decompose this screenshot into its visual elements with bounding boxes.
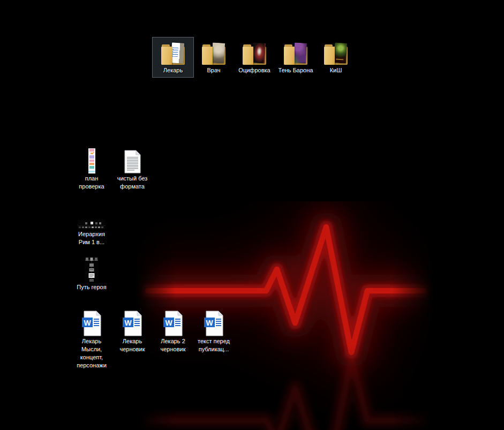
word-logo-letter: W — [84, 319, 91, 327]
icon-label: Путь героя — [71, 283, 112, 291]
desktop-icon-folder-ten-barona[interactable]: Тень Барона — [275, 37, 316, 74]
icon-label: Лекарь черновик — [112, 337, 153, 353]
folder-icon — [161, 43, 185, 65]
word-document-icon: W — [81, 311, 102, 336]
icon-label: Иерархия Рим 1 в... — [71, 230, 112, 246]
desktop-icon-folder-vrach[interactable]: Врач — [193, 37, 234, 74]
icon-label: план проверка — [71, 175, 112, 191]
word-document-icon: W — [162, 311, 184, 336]
word-document-icon: W — [203, 311, 224, 336]
desktop-icon-ierarhia-rim[interactable]: Иерархия Рим 1 в... — [71, 215, 112, 246]
text-document-icon — [123, 150, 142, 173]
icon-label: чистый без формата — [112, 175, 153, 191]
word-document-icon: W — [122, 311, 143, 336]
folder-preview-thumbnail — [294, 42, 307, 63]
desktop: Лекарь Врач Оцифровка — [0, 0, 504, 430]
icon-label: Лекарь 2 черновик — [153, 337, 193, 353]
folder-preview-thumbnail — [171, 42, 184, 63]
icon-label: Лекарь Мысли, концепт, персонажи — [71, 337, 112, 369]
desktop-icon-folder-kish[interactable]: КиШ — [315, 37, 356, 74]
desktop-icon-folder-lekar[interactable]: Лекарь — [153, 37, 193, 77]
desktop-icon-plan-proverka[interactable]: план проверка — [71, 146, 112, 191]
icon-label: Оцифровка — [234, 66, 275, 74]
folder-preview-thumbnail — [212, 42, 225, 63]
icon-label: Врач — [193, 66, 234, 74]
icon-label: Лекарь — [153, 66, 193, 74]
folder-preview-thumbnail — [252, 42, 266, 63]
desktop-icon-chistyj-bez-formata[interactable]: чистый без формата — [112, 146, 153, 191]
folder-icon — [283, 43, 308, 65]
word-logo-letter: W — [165, 319, 172, 327]
desktop-icon-lekar2-chernovik-doc[interactable]: W Лекарь 2 черновик — [153, 308, 193, 353]
folder-preview-thumbnail — [334, 42, 347, 63]
desktop-icon-put-geroya[interactable]: Путь героя — [71, 254, 112, 291]
desktop-icon-lekar-mysli-doc[interactable]: W Лекарь Мысли, концепт, персонажи — [71, 308, 112, 369]
folder-icon — [201, 43, 226, 65]
hierarchy-chart-thumbnail-icon — [78, 220, 106, 229]
folder-icon — [324, 43, 348, 65]
folder-icon — [242, 43, 267, 65]
desktop-icon-tekst-pered-doc[interactable]: W текст перед публикац... — [193, 308, 234, 353]
icon-label: текст перед публикац... — [193, 337, 234, 353]
word-logo-letter: W — [124, 319, 132, 327]
icon-label: КиШ — [315, 66, 356, 74]
desktop-icon-folder-ocifrovka[interactable]: Оцифровка — [234, 37, 275, 74]
flowchart-thumbnail-icon — [88, 148, 95, 173]
desktop-icon-lekar-chernovik-doc[interactable]: W Лекарь черновик — [112, 308, 153, 353]
vertical-flowchart-thumbnail-icon — [85, 257, 99, 282]
icon-label: Тень Барона — [275, 66, 316, 74]
word-logo-letter: W — [206, 319, 213, 327]
